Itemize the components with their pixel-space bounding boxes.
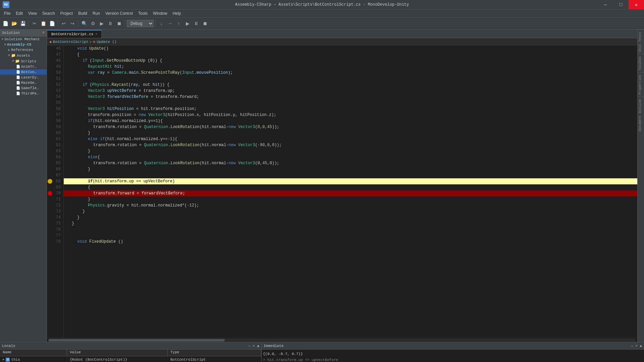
line-62: 62 <box>47 142 63 148</box>
sidebar-close-button[interactable]: × <box>42 31 45 35</box>
hscroll-thumb[interactable] <box>48 339 225 342</box>
menu-edit[interactable]: Edit <box>13 10 25 16</box>
maximize-button[interactable]: □ <box>613 0 629 9</box>
sidebar-item-thirdpe[interactable]: 📄 ThirdPe… <box>0 91 47 96</box>
toolbar-paste[interactable]: 📄 <box>48 19 56 27</box>
line-75: 75 <box>47 221 63 227</box>
right-tab-docoutline[interactable]: Document Outline <box>638 97 644 133</box>
code-line-65: transform.rotation = Quaternion.LookRota… <box>64 160 637 166</box>
code-line-77 <box>64 233 637 239</box>
menu-build[interactable]: Build <box>75 10 90 16</box>
breadcrumb-class[interactable]: BotControlScript <box>53 40 89 44</box>
toolbar-cut[interactable]: ✂ <box>31 19 39 27</box>
line-58: 58 <box>47 118 63 124</box>
sidebar-item-animtr[interactable]: 📄 AnimTr… <box>0 64 47 69</box>
line-74: 74 <box>47 215 63 221</box>
line-70: 70 <box>47 190 63 196</box>
toolbar-sep1 <box>29 20 29 27</box>
code-content[interactable]: void Update() { if (Input.GetMouseButton… <box>64 46 637 338</box>
sidebar-item-mazege[interactable]: 📄 MazeGe… <box>0 80 47 85</box>
sidebar-item-label: MazeGe… <box>21 81 37 85</box>
file-icon: 📄 <box>16 81 20 85</box>
code-line-46: void Update() <box>64 46 637 52</box>
menu-window[interactable]: Window <box>150 10 170 16</box>
sidebar-item-label: Assets <box>17 54 30 58</box>
breakpoint-error-icon <box>48 191 52 196</box>
toolbar-find[interactable]: 🔍 <box>80 19 88 27</box>
line-63: 63 <box>47 148 63 154</box>
right-tab-unittests[interactable]: Unit Tests <box>638 29 644 54</box>
menu-run[interactable]: Run <box>90 10 103 16</box>
class-icon: ◆ <box>50 40 52 44</box>
horizontal-scrollbar[interactable] <box>47 338 637 342</box>
line-76: 76 <box>47 227 63 233</box>
right-tab-toolbox[interactable]: Toolbox <box>638 54 644 72</box>
sidebar-item-references[interactable]: ▶ References <box>0 47 47 53</box>
toolbar-new[interactable]: 📄 <box>1 19 9 27</box>
immediate-content[interactable]: {(0.0, -0.7, 0.7)} > hit.transform.up ==… <box>262 350 644 362</box>
toolbar-step-over[interactable]: → <box>166 19 174 27</box>
toolbar-pause[interactable]: ⏸ <box>192 19 200 27</box>
line-77: 77 <box>47 233 63 239</box>
breadcrumb-method[interactable]: Update () <box>97 40 116 44</box>
line-78: ▼78 <box>47 239 63 245</box>
line-72: 72 <box>47 202 63 208</box>
menu-versioncontrol[interactable]: Version Control <box>103 10 136 16</box>
toolbar-stop[interactable]: ⏹ <box>201 19 209 27</box>
code-line-67 <box>64 172 637 178</box>
line-numbers: ▼46 47 48 49 50 51 52 53 54 55 56 57 58 … <box>47 46 64 338</box>
expand-this-icon[interactable]: ▶ <box>3 358 4 361</box>
toolbar-open[interactable]: 📂 <box>10 19 18 27</box>
editor-area: BotControlScript.cs × ◆ BotControlScript… <box>47 29 637 342</box>
code-line-76 <box>64 227 637 233</box>
toolbar-copy[interactable]: 📋 <box>39 19 47 27</box>
debug-config-select[interactable]: Debug Release <box>127 20 154 27</box>
tab-close-icon[interactable]: × <box>95 33 97 36</box>
sidebar-item-solution[interactable]: ▼ Solution Mechani <box>0 37 47 42</box>
window-controls: — □ ✕ <box>598 0 644 9</box>
menu-view[interactable]: View <box>25 10 40 16</box>
menu-tools[interactable]: Tools <box>136 10 150 16</box>
menu-bar: File Edit View Search Project Build Run … <box>0 9 644 17</box>
code-line-78: void FixedUpdate () <box>64 239 637 245</box>
line-64: 64 <box>47 154 63 160</box>
immediate-panel-close[interactable]: — × ▲ <box>631 344 642 348</box>
right-tab-properties[interactable]: Properties <box>638 72 644 97</box>
minimize-button[interactable]: — <box>598 0 613 9</box>
line-51: 51 <box>47 76 63 82</box>
sidebar-item-assets[interactable]: ▼ 📁 Assets <box>0 53 47 58</box>
menu-help[interactable]: Help <box>170 10 184 16</box>
code-line-54: Vector3 forwardVectBefore = transform.fo… <box>64 94 637 100</box>
toolbar-step-out[interactable]: ↑ <box>175 19 183 27</box>
expand-icon: ▼ <box>4 43 6 47</box>
toolbar-more2[interactable]: ▶ <box>98 19 106 27</box>
folder-icon: 📁 <box>11 53 16 58</box>
sidebar-item-laserEy[interactable]: 📄 LaserEy… <box>0 75 47 80</box>
menu-project[interactable]: Project <box>58 10 75 16</box>
menu-file[interactable]: File <box>1 10 13 16</box>
toolbar-redo[interactable]: ↪ <box>68 19 76 27</box>
breadcrumb-separator: ▶ <box>90 40 92 44</box>
toolbar-more1[interactable]: ⚙ <box>89 19 97 27</box>
toolbar-save[interactable]: 💾 <box>19 19 27 27</box>
line-57: 57 <box>47 112 63 118</box>
line-49: 49 <box>47 64 63 70</box>
sidebar-item-botcon[interactable]: 📄 BotCon… <box>0 69 47 75</box>
locals-panel-close[interactable]: — × ▲ <box>248 344 259 348</box>
sidebar-item-samofle[interactable]: 📄 Samofle… <box>0 85 47 91</box>
code-line-52: if (Physics.Raycast(ray, out hit)) { <box>64 82 637 88</box>
close-button[interactable]: ✕ <box>629 0 644 9</box>
editor-tab-bar: BotControlScript.cs × <box>47 29 637 38</box>
toolbar-more3[interactable]: ⏸ <box>106 19 114 27</box>
code-line-75: } <box>64 221 637 227</box>
sidebar-item-scripts[interactable]: ▼ 📁 Scripts <box>0 58 47 64</box>
menu-search[interactable]: Search <box>40 10 58 16</box>
solution-explorer: Solution × ▼ Solution Mechani ▼ Assembly… <box>0 29 47 342</box>
toolbar-continue[interactable]: ▶ <box>183 19 192 27</box>
toolbar-undo[interactable]: ↩ <box>60 19 68 27</box>
toolbar-step-into[interactable]: ↓ <box>157 19 165 27</box>
title-bar: MD Assembly-CSharp – Assets\Scripts\BotC… <box>0 0 644 9</box>
editor-tab-botcontrolscript[interactable]: BotControlScript.cs × <box>47 30 102 38</box>
sidebar-item-assembly[interactable]: ▼ Assembly-CS <box>0 42 47 47</box>
toolbar-more4[interactable]: ⏹ <box>115 19 123 27</box>
